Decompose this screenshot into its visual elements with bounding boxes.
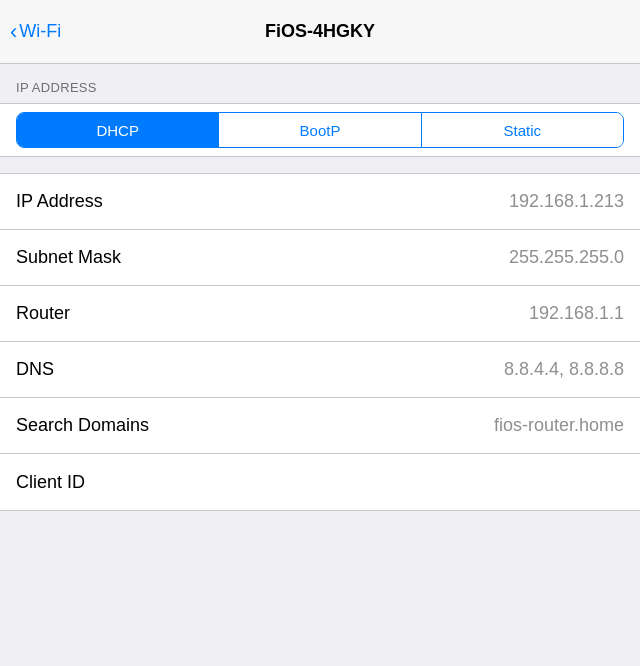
dns-label: DNS	[16, 359, 54, 380]
ip-address-value: 192.168.1.213	[509, 191, 624, 212]
table-row: Search Domains fios-router.home	[0, 398, 640, 454]
network-info-table: IP Address 192.168.1.213 Subnet Mask 255…	[0, 173, 640, 511]
router-value: 192.168.1.1	[529, 303, 624, 324]
segmented-control: DHCP BootP Static	[16, 112, 624, 148]
subnet-mask-label: Subnet Mask	[16, 247, 121, 268]
table-row: Router 192.168.1.1	[0, 286, 640, 342]
subnet-mask-value: 255.255.255.0	[509, 247, 624, 268]
back-button[interactable]: ‹ Wi-Fi	[10, 21, 61, 43]
table-row: Client ID	[0, 454, 640, 510]
client-id-label: Client ID	[16, 472, 85, 493]
router-label: Router	[16, 303, 70, 324]
dns-value: 8.8.4.4, 8.8.8.8	[504, 359, 624, 380]
nav-bar: ‹ Wi-Fi FiOS-4HGKY	[0, 0, 640, 64]
back-label: Wi-Fi	[19, 21, 61, 42]
table-row: IP Address 192.168.1.213	[0, 174, 640, 230]
ip-address-section-header: IP ADDRESS	[0, 64, 640, 103]
ip-address-label: IP Address	[16, 191, 103, 212]
search-domains-label: Search Domains	[16, 415, 149, 436]
segmented-control-wrapper: DHCP BootP Static	[0, 103, 640, 157]
segment-bootp[interactable]: BootP	[219, 113, 421, 147]
segment-dhcp[interactable]: DHCP	[17, 113, 219, 147]
search-domains-value: fios-router.home	[494, 415, 624, 436]
table-row: DNS 8.8.4.4, 8.8.8.8	[0, 342, 640, 398]
page-title: FiOS-4HGKY	[265, 21, 375, 42]
segment-static[interactable]: Static	[422, 113, 623, 147]
chevron-left-icon: ‹	[10, 21, 17, 43]
table-row: Subnet Mask 255.255.255.0	[0, 230, 640, 286]
